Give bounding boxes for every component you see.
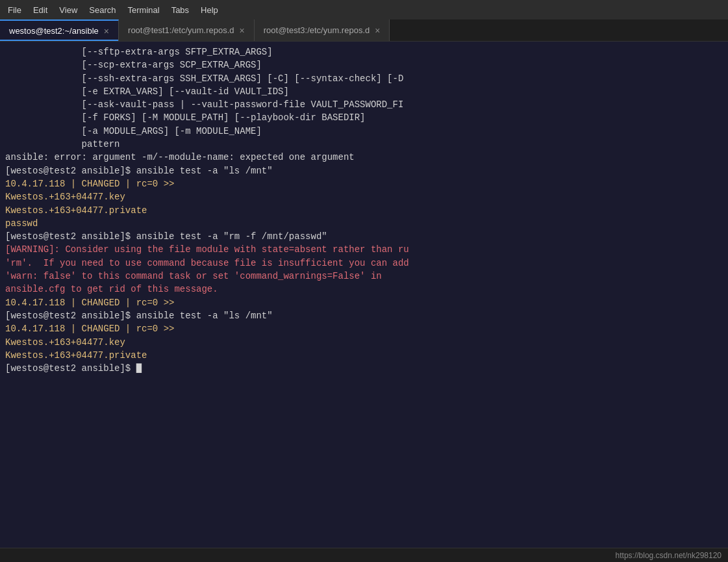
- menu-view[interactable]: View: [54, 4, 82, 16]
- tab-label: root@test3:/etc/yum.repos.d: [264, 25, 370, 35]
- terminal-output: [--sftp-extra-args SFTP_EXTRA_ARGS] [--s…: [0, 42, 728, 548]
- menubar: File Edit View Search Terminal Tabs Help: [0, 0, 728, 19]
- tab-close-0[interactable]: ×: [104, 26, 109, 36]
- status-url: https://blog.csdn.net/nk298120: [616, 551, 722, 560]
- menu-terminal[interactable]: Terminal: [123, 4, 165, 16]
- statusbar: https://blog.csdn.net/nk298120: [0, 548, 728, 562]
- menu-search[interactable]: Search: [84, 4, 121, 16]
- tab-close-1[interactable]: ×: [240, 25, 245, 36]
- tab-root-test1[interactable]: root@test1:/etc/yum.repos.d ×: [119, 19, 255, 41]
- tab-root-test3[interactable]: root@test3:/etc/yum.repos.d ×: [255, 19, 390, 41]
- menu-help[interactable]: Help: [195, 4, 223, 16]
- tab-label: westos@test2:~/ansible: [9, 26, 99, 36]
- tab-close-2[interactable]: ×: [375, 25, 380, 36]
- menu-tabs[interactable]: Tabs: [166, 4, 194, 16]
- tab-westos-ansible[interactable]: westos@test2:~/ansible ×: [0, 19, 119, 41]
- menu-file[interactable]: File: [3, 4, 27, 16]
- tab-label: root@test1:/etc/yum.repos.d: [128, 25, 234, 35]
- tabbar: westos@test2:~/ansible × root@test1:/etc…: [0, 19, 728, 42]
- menu-edit[interactable]: Edit: [28, 4, 53, 16]
